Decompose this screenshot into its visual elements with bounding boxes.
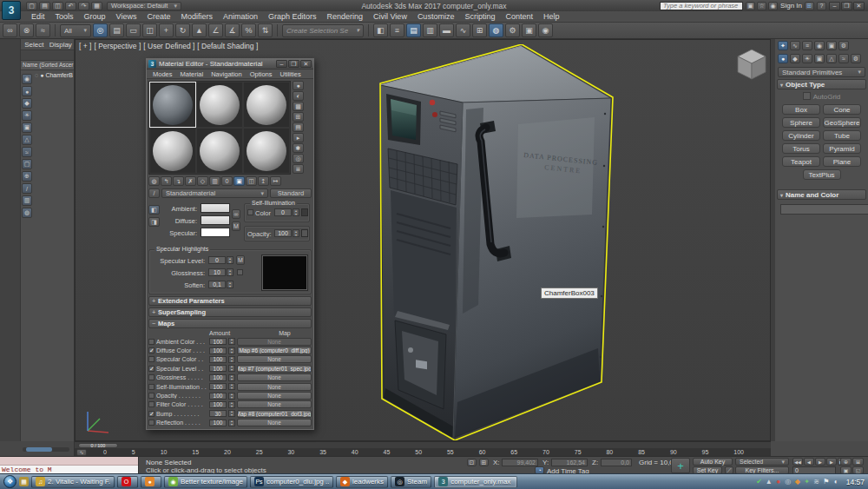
map-slot-button[interactable]: None (237, 383, 312, 391)
object-type-button[interactable]: Sphere (782, 117, 820, 128)
display-tab-icon[interactable]: ▣ (826, 41, 837, 50)
taskbar-button[interactable]: 3 computer_only.max ... (434, 476, 517, 488)
track-bar[interactable]: ∿ 05101520253035404550556065707580859095… (75, 448, 771, 456)
set-keys-button[interactable]: + (671, 458, 690, 473)
curve-editor-icon[interactable]: ∿ (456, 23, 470, 37)
specular-color-swatch[interactable] (201, 228, 230, 237)
material-editor-menu-item[interactable]: Options (247, 69, 276, 78)
render-production-icon[interactable]: ◉ (538, 23, 553, 37)
close-button[interactable]: ✕ (853, 2, 865, 10)
assign-material-to-selection-icon[interactable]: ↴ (173, 176, 184, 186)
scene-explorer-tab[interactable]: Display (48, 39, 75, 50)
taskbar-button[interactable]: Ps computer0_dlu.jpg ... (250, 476, 333, 488)
display-geometry-icon[interactable]: ● (22, 86, 32, 96)
menu-item[interactable]: Rendering (322, 12, 369, 21)
pinned-app-icon[interactable]: ▦ (19, 477, 29, 486)
project-folder-icon[interactable]: ▦ (91, 2, 102, 10)
taskbar-button[interactable]: ◎ Steam (391, 476, 431, 488)
helpers-category-icon[interactable]: △ (826, 54, 837, 63)
zoom-icon[interactable]: ⊕ (840, 458, 852, 466)
y-coordinate-field[interactable]: 162,54 (551, 459, 588, 466)
display-spacewarps-icon[interactable]: ≈ (22, 147, 32, 157)
opacity-map-swatch[interactable] (301, 229, 308, 237)
auto-key-button[interactable]: Auto Key (693, 458, 733, 466)
menu-item[interactable]: Group (79, 12, 111, 21)
name-and-color-rollout[interactable]: Name and Color (777, 189, 866, 200)
favorites-icon[interactable]: ☆ (757, 2, 766, 10)
selection-filter-dropdown[interactable]: All (60, 24, 91, 37)
material-type-button[interactable]: Standard (270, 188, 312, 198)
save-file-icon[interactable]: ◫ (52, 2, 63, 10)
display-all-icon[interactable]: ◉ (22, 74, 32, 84)
exchange-apps-icon[interactable]: ⊞ (805, 2, 814, 10)
make-preview-icon[interactable]: ▸ (293, 133, 304, 142)
snaps-toggle-icon[interactable]: ∠ (208, 23, 223, 37)
previous-frame-button[interactable]: ◀ (804, 458, 814, 466)
map-amount-spinner[interactable] (228, 401, 235, 408)
put-to-scene-icon[interactable]: ↰ (161, 176, 172, 186)
viewport-label-menu[interactable]: [ Default Shading ] (197, 42, 258, 50)
taskbar-clock[interactable]: 14:57 (846, 478, 865, 486)
object-type-rollout[interactable]: Object Type (777, 79, 866, 89)
search-input[interactable] (660, 2, 743, 10)
map-amount-spinner[interactable] (228, 393, 235, 400)
object-type-button[interactable]: Box (782, 104, 820, 115)
select-by-material-icon[interactable]: ◎ (293, 154, 304, 163)
map-slot-button[interactable]: None (237, 392, 312, 400)
tray-app-red-icon[interactable]: ● (774, 478, 783, 486)
scene-explorer-tab[interactable]: Select (21, 39, 48, 50)
map-amount-spinner[interactable] (228, 383, 235, 390)
extended-parameters-rollout[interactable]: Extended Parameters (148, 296, 312, 306)
ambient-diffuse-link-icon[interactable]: ∞ (232, 209, 240, 219)
make-material-copy-icon[interactable]: ◇ (197, 176, 208, 186)
map-slot-button[interactable]: Map #8 (computer01_dot3.jpg) (237, 410, 312, 418)
model-computer[interactable]: DATA PROCESSING CENTRE (371, 44, 631, 441)
lights-category-icon[interactable]: ☀ (802, 54, 812, 63)
specular-level-value[interactable]: 0 (208, 256, 226, 264)
viewcube[interactable] (733, 46, 771, 84)
time-slider[interactable]: 0 / 100 (75, 441, 771, 448)
self-illumination-checkbox[interactable] (247, 209, 253, 215)
map-enable-checkbox[interactable] (148, 411, 155, 417)
get-material-icon[interactable]: ◍ (148, 176, 160, 186)
put-to-library-icon[interactable]: ▥ (209, 176, 220, 186)
menu-item[interactable]: Graph Editors (263, 12, 322, 21)
rendered-frame-window-icon[interactable]: ▣ (522, 23, 536, 37)
menu-item[interactable]: Customize (412, 12, 460, 21)
material-editor-menu-item[interactable]: Material (177, 69, 207, 78)
map-slot-button[interactable]: None (237, 338, 312, 346)
hide-toggle-icon[interactable]: ◌ (35, 72, 38, 78)
object-type-button[interactable]: Tube (823, 130, 861, 141)
rectangular-selection-region-icon[interactable]: ▭ (126, 23, 141, 37)
z-coordinate-field[interactable]: 0,0 (601, 459, 632, 466)
object-type-button[interactable]: Cylinder (782, 130, 820, 141)
align-icon[interactable]: ≡ (390, 23, 404, 37)
object-type-button[interactable]: Plane (823, 156, 861, 167)
specular-level-spinner[interactable] (227, 256, 233, 264)
pick-material-eyedropper-icon[interactable]: / (148, 188, 160, 198)
autogrid-checkbox[interactable]: AutoGrid (775, 89, 868, 102)
maxscript-mini-listener[interactable]: Welcome to M (0, 457, 139, 474)
material-id-channel-icon[interactable]: 0 (221, 176, 233, 186)
taskbar-button[interactable]: ◉ Better texture/image ... (164, 476, 247, 488)
mirror-icon[interactable]: ◧ (373, 23, 388, 37)
menu-item[interactable]: Content (500, 12, 538, 21)
sample-slot[interactable] (149, 128, 196, 174)
explorer-column-header[interactable]: Name (Sorted Ascer (21, 61, 74, 70)
material-editor-icon[interactable]: ◍ (489, 23, 503, 37)
tray-network-icon[interactable]: ≋ (812, 478, 821, 486)
object-type-button[interactable]: Teapot (782, 156, 820, 167)
material-editor-menu-item[interactable]: Navigation (207, 69, 245, 78)
bind-to-space-warp-icon[interactable]: ≈ (36, 23, 50, 37)
play-button[interactable]: ▶ (815, 458, 825, 466)
menu-item[interactable]: Views (111, 12, 142, 21)
map-amount-spinner[interactable] (228, 356, 235, 363)
select-and-link-icon[interactable]: ∞ (3, 23, 17, 37)
geometry-category-icon[interactable]: ● (778, 54, 788, 63)
named-selection-set-dropdown[interactable]: Create Selection Se (282, 24, 364, 37)
object-type-button[interactable]: Cone (823, 104, 861, 115)
sample-uv-tiling-icon[interactable]: ⊞ (293, 112, 304, 122)
viewport-label-menu[interactable]: [ Perspective ] (94, 42, 141, 50)
angle-snap-icon[interactable]: ∡ (225, 23, 240, 37)
map-amount-spinner[interactable] (228, 347, 235, 354)
